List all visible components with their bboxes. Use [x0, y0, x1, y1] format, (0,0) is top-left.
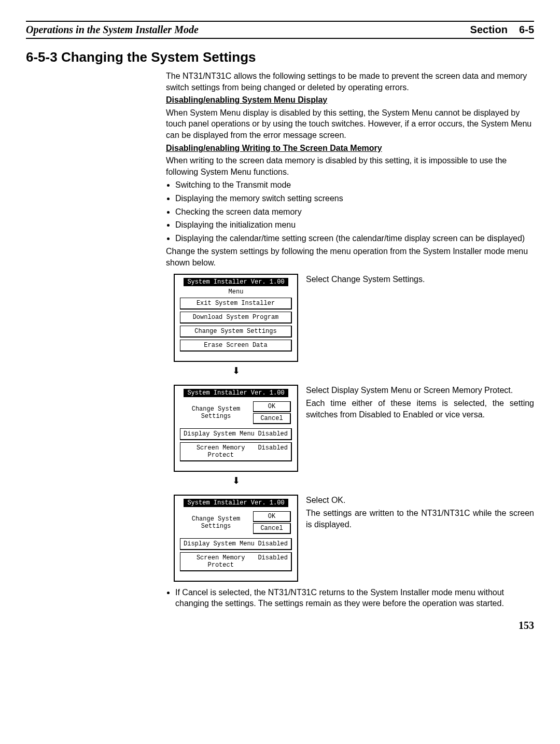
caption-text: Select Display System Menu or Screen Mem…	[306, 385, 534, 396]
list-item: Checking the screen data memory	[175, 206, 534, 218]
setting-state: Disabled	[258, 430, 288, 438]
ok-button[interactable]: OK	[253, 511, 291, 522]
lcd-title-bar: System Installer Ver. 1.00	[184, 389, 288, 397]
setting-row-display-menu[interactable]: Display System Menu Disabled	[180, 538, 292, 550]
bullet-list: Switching to the Transmit mode Displayin…	[166, 179, 534, 244]
subheading-1: Disabling/enabling System Menu Display	[166, 94, 534, 106]
figure-row-3: System Installer Ver. 1.00 Change System…	[26, 495, 534, 582]
caption-text: Select Change System Settings.	[306, 274, 534, 285]
lcd-title-bar: System Installer Ver. 1.00	[184, 278, 288, 286]
arrow-down-icon: ⬇	[166, 475, 306, 486]
lcd-title-bar: System Installer Ver. 1.00	[184, 499, 288, 507]
figure-row-1: System Installer Ver. 1.00 Menu Exit Sys…	[26, 274, 534, 380]
intro-text: The NT31/NT31C allows the following sett…	[166, 71, 534, 93]
setting-label: Screen Memory Protect	[184, 554, 258, 569]
setting-state: Disabled	[258, 554, 288, 569]
list-item: Switching to the Transmit mode	[175, 179, 534, 191]
sub1-body: When System Menu display is disabled by …	[166, 107, 534, 141]
intro-block: The NT31/NT31C allows the following sett…	[166, 71, 534, 269]
menu-item-erase[interactable]: Erase Screen Data	[180, 340, 292, 352]
section-label: Section	[470, 24, 508, 35]
section-title: 6-5-3 Changing the System Settings	[26, 49, 534, 65]
caption-text: The settings are written to the NT31/NT3…	[306, 508, 534, 530]
lcd-menu-label: Menu	[177, 288, 295, 296]
caption-1: Select Change System Settings.	[306, 274, 534, 287]
ok-button[interactable]: OK	[253, 401, 291, 412]
lcd-screen-settings-2: System Installer Ver. 1.00 Change System…	[174, 495, 298, 582]
lcd-screen-menu: System Installer Ver. 1.00 Menu Exit Sys…	[174, 274, 298, 362]
figure-row-2: System Installer Ver. 1.00 Change System…	[26, 385, 534, 489]
caption-3: Select OK. The settings are written to t…	[306, 495, 534, 532]
arrow-down-icon: ⬇	[166, 365, 306, 376]
caption-text: Each time either of these items is selec…	[306, 398, 534, 420]
setting-state: Disabled	[258, 444, 288, 459]
page-header: Operations in the System Installer Mode …	[26, 21, 534, 39]
section-number: 6-5	[519, 24, 534, 35]
page-number: 153	[26, 620, 534, 631]
cancel-button[interactable]: Cancel	[253, 413, 291, 424]
settings-heading: Change System Settings	[180, 405, 252, 420]
caption-2: Select Display System Menu or Screen Mem…	[306, 385, 534, 423]
caption-text: Select OK.	[306, 495, 534, 506]
setting-state: Disabled	[258, 540, 288, 548]
cancel-button[interactable]: Cancel	[253, 523, 291, 534]
setting-label: Screen Memory Protect	[184, 444, 258, 459]
menu-item-exit[interactable]: Exit System Installer	[180, 298, 292, 310]
settings-heading: Change System Settings	[180, 515, 252, 530]
sub2-body: When writing to the screen data memory i…	[166, 155, 534, 177]
subheading-2: Disabling/enabling Writing to The Screen…	[166, 143, 534, 154]
list-item: Displaying the initialization menu	[175, 219, 534, 231]
setting-row-memory-protect[interactable]: Screen Memory Protect Disabled	[180, 552, 292, 571]
header-right: Section 6-5	[470, 24, 534, 36]
header-left-title: Operations in the System Installer Mode	[26, 24, 199, 36]
lcd-screen-settings-1: System Installer Ver. 1.00 Change System…	[174, 385, 298, 472]
list-item: Displaying the calendar/time setting scr…	[175, 233, 534, 244]
setting-label: Display System Menu	[184, 540, 255, 548]
list-item: Displaying the memory switch setting scr…	[175, 193, 534, 204]
menu-item-change-settings[interactable]: Change System Settings	[180, 326, 292, 338]
menu-item-download[interactable]: Download System Program	[180, 312, 292, 324]
footnote-text: If Cancel is selected, the NT31/NT31C re…	[175, 587, 534, 609]
footnote-block: If Cancel is selected, the NT31/NT31C re…	[166, 587, 534, 609]
change-intro: Change the system settings by following …	[166, 246, 534, 268]
setting-row-memory-protect[interactable]: Screen Memory Protect Disabled	[180, 442, 292, 461]
setting-label: Display System Menu	[184, 430, 255, 438]
setting-row-display-menu[interactable]: Display System Menu Disabled	[180, 428, 292, 440]
